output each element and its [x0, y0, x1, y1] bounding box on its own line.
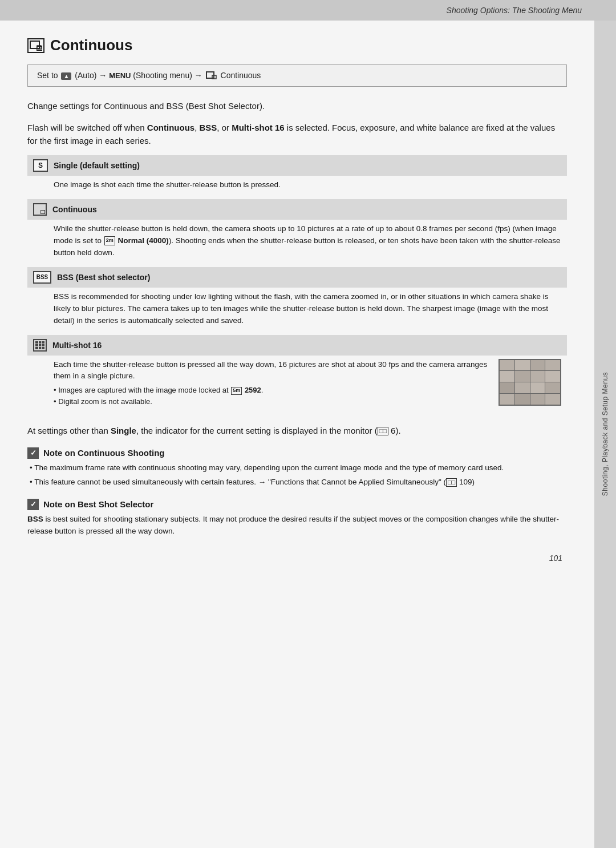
note-bss-section: ✓ Note on Best Shot Selector BSS is best… [27, 499, 567, 538]
bottom-text: At settings other than Single, the indic… [27, 424, 567, 437]
svg-rect-0 [30, 41, 39, 49]
header-title: Shooting Options: The Shooting Menu [447, 6, 582, 15]
note-continuous-icon: ✓ [27, 447, 39, 459]
note-continuous-title: ✓ Note on Continuous Shooting [27, 447, 567, 459]
right-sidebar: Shooting, Playback and Setup Menus [594, 21, 616, 848]
single-label: Single (default setting) [54, 161, 140, 170]
sidebar-text: Shooting, Playback and Setup Menus [601, 372, 609, 496]
bss-desc: BSS is recommended for shooting under lo… [27, 288, 567, 333]
note-continuous-bullets: The maximum frame rate with continuous s… [27, 462, 567, 488]
multishot-desc: Each time the shutter-release button is … [54, 359, 492, 408]
bold-continuous: Continuous [147, 123, 194, 132]
bss-label: BSS (Best shot selector) [57, 273, 150, 282]
multishot-label: Multi-shot 16 [52, 341, 102, 350]
page-title: Continuous [50, 37, 132, 54]
svg-rect-1 [37, 46, 41, 49]
top-bar: Shooting Options: The Shooting Menu [0, 0, 616, 21]
multishot-bullet-2: Digital zoom is not available. [54, 396, 492, 407]
single-desc: One image is shot each time the shutter-… [27, 176, 567, 197]
multishot-main-desc: Each time the shutter-release button is … [54, 359, 492, 383]
option-multishot: Multi-shot 16 Each time the shutter-rele… [27, 335, 567, 414]
multishot-bullets: Images are captured with the image mode … [54, 385, 492, 407]
bss-header: BSS BSS (Best shot selector) [27, 267, 567, 288]
page-title-row: Continuous [27, 37, 567, 54]
normal-bold: Normal (4000) [118, 236, 169, 245]
multishot-content: Each time the shutter-release button is … [27, 356, 567, 414]
bss-bold: BSS [27, 515, 43, 523]
main-content: Continuous Set to ▲ (Auto) → MENU (Shoot… [0, 21, 594, 848]
note-bss-title: ✓ Note on Best Shot Selector [27, 499, 567, 510]
nav-box: Set to ▲ (Auto) → MENU (Shooting menu) →… [27, 64, 567, 87]
title-icon [27, 38, 44, 53]
ref-sq-icon: □□ [446, 478, 457, 487]
continuous-desc: While the shutter-release button is held… [27, 220, 567, 265]
intro-1: Change settings for Continuous and BSS (… [27, 99, 567, 112]
note-bss-body: BSS is best suited for shooting stationa… [27, 514, 567, 538]
normal-icon: 2m [104, 236, 115, 245]
note-continuous-bullet-2: This feature cannot be used simultaneous… [30, 477, 567, 488]
bold-multishot: Multi-shot 16 [232, 123, 285, 132]
bold-bss: BSS [200, 123, 217, 132]
multishot-thumbnail [499, 359, 561, 406]
res-2592: 2592 [245, 386, 261, 394]
continuous-header: Continuous [27, 199, 567, 220]
single-header: S Single (default setting) [27, 155, 567, 176]
multishot-header: Multi-shot 16 [27, 335, 567, 356]
continuous-label: Continuous [52, 205, 97, 214]
intro-2: Flash will be switched off when Continuo… [27, 121, 567, 148]
page-number: 101 [27, 548, 567, 563]
bss-icon: BSS [33, 271, 51, 284]
option-single: S Single (default setting) One image is … [27, 155, 567, 197]
multishot-icon [33, 339, 47, 352]
option-bss: BSS BSS (Best shot selector) BSS is reco… [27, 267, 567, 333]
note-continuous-bullet-1: The maximum frame rate with continuous s… [30, 462, 567, 474]
continuous-icon [33, 203, 47, 216]
multishot-bullet-1: Images are captured with the image mode … [54, 385, 492, 396]
note-continuous-section: ✓ Note on Continuous Shooting The maximu… [27, 447, 567, 488]
bottom-single-bold: Single [111, 426, 136, 435]
option-continuous: Continuous While the shutter-release but… [27, 199, 567, 265]
nav-auto-icon: ▲ [61, 72, 71, 80]
note-bss-icon: ✓ [27, 499, 39, 510]
mode-icon-sm: 5m [231, 387, 242, 395]
single-icon: S [33, 159, 48, 172]
monitor-ref-icon: □□ [378, 427, 388, 435]
